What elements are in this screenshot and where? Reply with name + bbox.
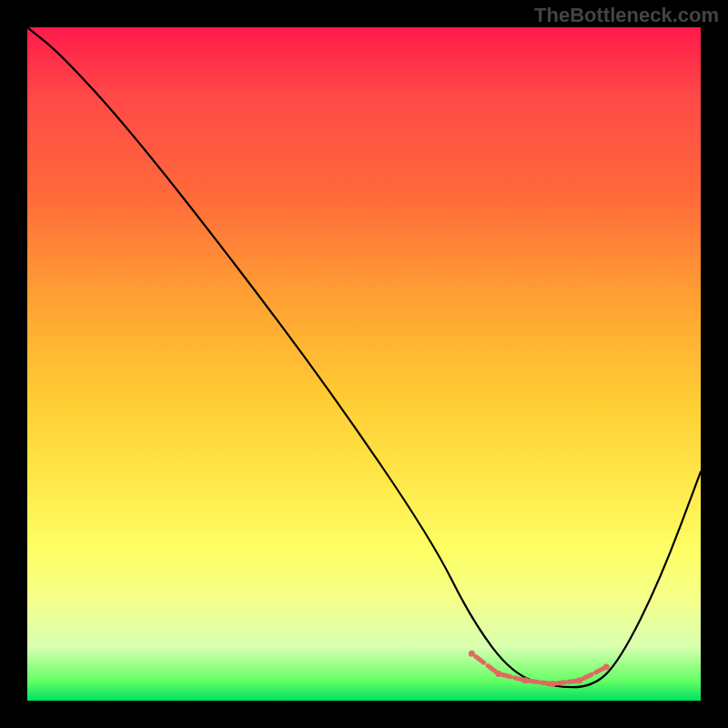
- chart-svg: [27, 27, 701, 701]
- svg-line-12: [583, 674, 592, 678]
- svg-line-1: [488, 666, 496, 672]
- svg-point-5: [496, 671, 502, 677]
- curve-minimum-highlight: [469, 651, 610, 687]
- svg-line-3: [502, 675, 511, 677]
- svg-point-14: [576, 677, 582, 683]
- svg-line-0: [476, 657, 484, 663]
- svg-line-6: [530, 681, 538, 682]
- bottleneck-curve-line: [27, 27, 701, 687]
- watermark-text: TheBottleneck.com: [534, 4, 719, 27]
- svg-point-2: [469, 651, 475, 657]
- svg-point-8: [522, 677, 529, 683]
- svg-point-11: [550, 681, 556, 687]
- svg-line-7: [541, 682, 550, 683]
- svg-line-13: [596, 668, 604, 672]
- svg-line-10: [569, 681, 577, 682]
- chart-plot-area: [27, 27, 701, 701]
- svg-point-15: [603, 664, 610, 671]
- svg-line-9: [557, 682, 565, 683]
- svg-line-4: [515, 678, 523, 680]
